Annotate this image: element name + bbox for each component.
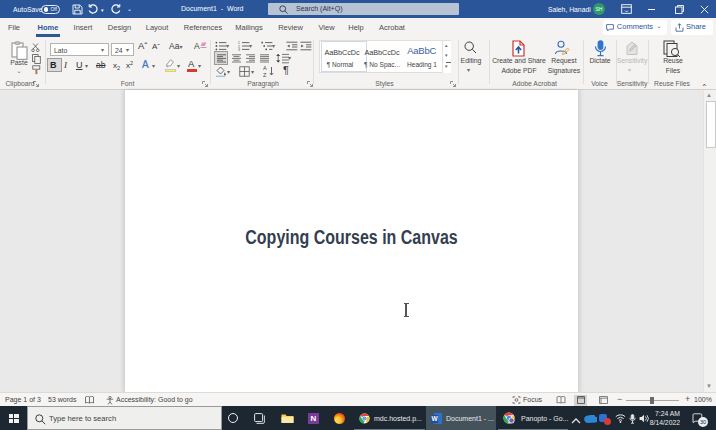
svg-text:Z: Z xyxy=(263,72,267,78)
svg-text:3: 3 xyxy=(238,48,240,51)
svg-text:A: A xyxy=(263,65,267,71)
